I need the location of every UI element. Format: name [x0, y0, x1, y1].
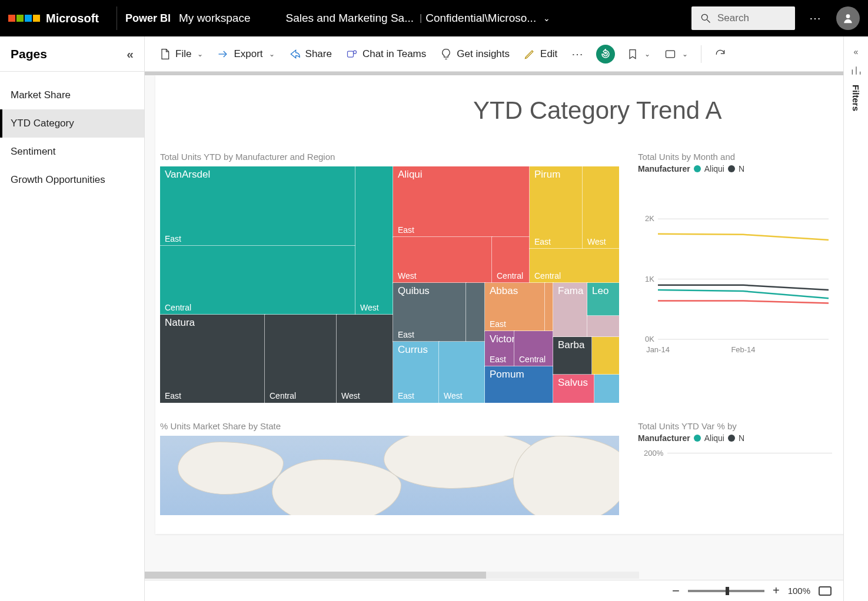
reset-button[interactable]: [596, 45, 615, 64]
workspace-breadcrumb[interactable]: My workspace: [179, 12, 250, 25]
treemap-cell[interactable]: Central: [514, 331, 553, 366]
treemap-visual[interactable]: VanArsdelEastCentralWestNaturaEastCentra…: [160, 166, 619, 403]
chat-teams-button[interactable]: Chat in Teams: [340, 45, 432, 64]
treemap-cell[interactable]: [587, 316, 619, 337]
sensitivity-label[interactable]: Confidential\Microso...: [425, 12, 536, 25]
collapse-pages-icon[interactable]: «: [127, 47, 134, 61]
search-icon: [700, 12, 711, 24]
map-visual[interactable]: [160, 436, 619, 515]
filters-label[interactable]: Filters: [851, 85, 861, 111]
treemap-cell[interactable]: Central: [530, 249, 619, 283]
filters-rail: « Filters: [843, 36, 868, 601]
report-canvas[interactable]: YTD Category Trend A Total Units YTD by …: [155, 75, 843, 534]
fit-to-page-icon[interactable]: [819, 586, 832, 596]
horizontal-scrollbar[interactable]: [145, 572, 639, 579]
linechart-legend: Manufacturer Aliqui N: [638, 164, 843, 173]
treemap-cell[interactable]: [545, 283, 553, 331]
pages-list: Market Share YTD Category Sentiment Grow…: [0, 72, 144, 194]
chevron-down-icon[interactable]: ⌄: [543, 14, 550, 23]
get-insights-button[interactable]: Get insights: [434, 45, 516, 64]
treemap-cell[interactable]: [466, 283, 485, 342]
refresh-button[interactable]: [709, 45, 732, 64]
view-menu[interactable]: ⌄: [659, 45, 694, 64]
page-item-sentiment[interactable]: Sentiment: [0, 138, 144, 166]
treemap-cell[interactable]: West: [439, 342, 485, 403]
page-item-ytd-category[interactable]: YTD Category: [0, 109, 144, 138]
report-toolbar: File ⌄ Export ⌄ Share Chat in Teams Get …: [145, 36, 843, 72]
share-button[interactable]: Share: [283, 45, 338, 64]
treemap-cell[interactable]: [592, 337, 619, 375]
treemap-cell[interactable]: PirumEast: [530, 166, 583, 249]
product-label[interactable]: Power BI: [125, 12, 171, 25]
treemap-cell[interactable]: CurrusEast: [393, 342, 439, 403]
treemap-cell[interactable]: Pomum: [485, 366, 553, 403]
treemap-title: Total Units YTD by Manufacturer and Regi…: [160, 152, 619, 162]
treemap-cell[interactable]: West: [583, 166, 619, 249]
treemap-cell[interactable]: West: [393, 237, 492, 283]
edit-button[interactable]: Edit: [518, 45, 563, 64]
svg-text:1K: 1K: [645, 275, 654, 283]
barchart-title: Total Units YTD Var % by: [638, 421, 843, 431]
linechart-visual[interactable]: 0K1K2KJan-14Feb-14: [638, 185, 832, 356]
svg-text:Feb-14: Feb-14: [731, 345, 755, 354]
svg-point-2: [846, 14, 850, 18]
barchart-legend: Manufacturer Aliqui N: [638, 433, 843, 443]
svg-rect-5: [666, 51, 675, 58]
treemap-cell[interactable]: [594, 375, 619, 403]
svg-line-1: [707, 20, 710, 23]
page-item-growth-opportunities[interactable]: Growth Opportunities: [0, 166, 144, 194]
page-item-market-share[interactable]: Market Share: [0, 81, 144, 109]
person-icon: [842, 12, 854, 24]
treemap-cell[interactable]: QuibusEast: [393, 283, 466, 342]
treemap-cell[interactable]: AbbasEast: [485, 283, 545, 331]
treemap-cell[interactable]: Central: [160, 246, 355, 315]
pages-header-label: Pages: [11, 47, 47, 61]
svg-point-4: [353, 51, 356, 54]
teams-icon: [346, 48, 358, 60]
svg-rect-3: [347, 51, 353, 57]
treemap-cell[interactable]: AliquiEast: [393, 166, 530, 237]
zoom-label: 100%: [788, 586, 810, 596]
treemap-cell[interactable]: Barba: [553, 337, 592, 375]
file-icon: [159, 48, 171, 60]
report-heading: YTD Category Trend A: [473, 96, 722, 125]
chevron-down-icon: ⌄: [269, 50, 275, 58]
zoom-slider[interactable]: [688, 590, 764, 592]
chevron-down-icon: ⌄: [197, 50, 203, 58]
treemap-cell[interactable]: VanArsdelEast: [160, 166, 355, 246]
search-input[interactable]: Search: [691, 6, 795, 30]
report-name[interactable]: Sales and Marketing Sa...: [285, 12, 414, 25]
pages-panel: Pages « Market Share YTD Category Sentim…: [0, 36, 145, 601]
more-toolbar-icon[interactable]: ⋯: [566, 44, 590, 65]
view-icon: [664, 48, 676, 60]
treemap-cell[interactable]: West: [355, 166, 393, 315]
treemap-cell[interactable]: Leo: [587, 283, 619, 316]
global-header: Microsoft Power BI My workspace Sales an…: [0, 0, 868, 36]
report-canvas-wrap: YTD Category Trend A Total Units YTD by …: [145, 72, 843, 580]
more-options-icon[interactable]: ⋯: [809, 11, 822, 25]
microsoft-logo-icon: [8, 15, 40, 22]
status-bar: − + 100%: [145, 580, 843, 601]
expand-filters-icon[interactable]: «: [854, 47, 859, 56]
pencil-icon: [524, 48, 536, 60]
treemap-cell[interactable]: West: [337, 315, 393, 403]
user-avatar[interactable]: [836, 6, 860, 30]
refresh-icon: [714, 48, 726, 60]
zoom-out-button[interactable]: −: [672, 583, 680, 599]
treemap-cell[interactable]: Salvus: [553, 375, 594, 403]
search-placeholder: Search: [717, 12, 749, 24]
export-menu[interactable]: Export ⌄: [211, 45, 280, 64]
file-menu[interactable]: File ⌄: [153, 45, 209, 64]
treemap-cell[interactable]: NaturaEast: [160, 315, 265, 403]
bookmark-menu[interactable]: ⌄: [621, 45, 656, 64]
chevron-down-icon: ⌄: [682, 50, 688, 58]
treemap-cell[interactable]: VictoriaEast: [485, 331, 514, 366]
treemap-cell[interactable]: Fama: [553, 283, 587, 337]
filters-icon[interactable]: [850, 65, 862, 76]
svg-point-0: [701, 14, 707, 20]
treemap-cell[interactable]: Central: [265, 315, 337, 403]
treemap-cell[interactable]: Central: [492, 237, 530, 283]
reset-icon: [600, 49, 611, 59]
zoom-in-button[interactable]: +: [773, 584, 780, 597]
map-title: % Units Market Share by State: [160, 421, 619, 431]
